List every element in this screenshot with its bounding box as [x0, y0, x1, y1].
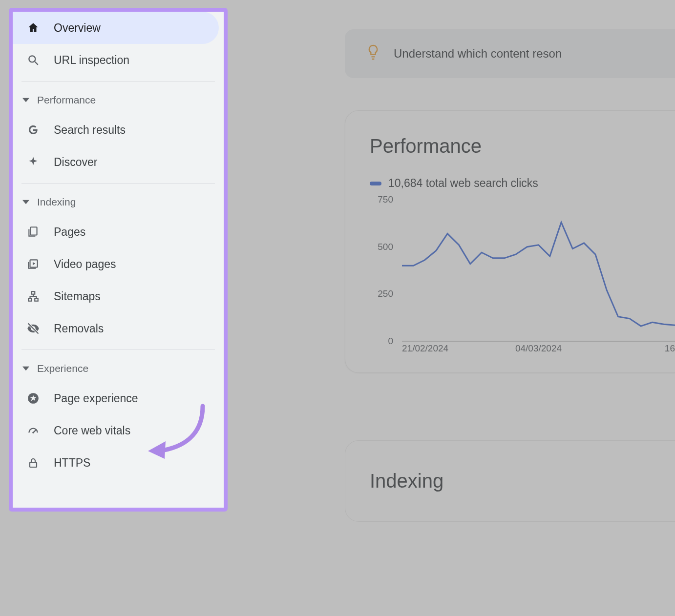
- divider: [21, 81, 215, 82]
- performance-card: Performance 10,684 total web search clic…: [345, 110, 675, 373]
- sidebar-item-url-inspection[interactable]: URL inspection: [13, 44, 224, 76]
- sidebar-item-label: Removals: [54, 322, 224, 335]
- section-label: Performance: [37, 94, 96, 106]
- x-tick: 04/03/2024: [515, 343, 562, 354]
- divider: [21, 183, 215, 184]
- sidebar-item-label: Sitemaps: [54, 290, 224, 303]
- section-label: Indexing: [37, 196, 76, 208]
- section-header-performance[interactable]: Performance: [13, 86, 224, 114]
- section-header-indexing[interactable]: Indexing: [13, 188, 224, 216]
- y-tick: 0: [388, 336, 393, 347]
- legend-swatch: [370, 182, 381, 185]
- chevron-down-icon: [21, 198, 30, 206]
- sidebar-item-overview[interactable]: Overview: [13, 12, 219, 44]
- sidebar-item-https[interactable]: HTTPS: [13, 447, 224, 479]
- svg-rect-6: [28, 298, 32, 301]
- video-pages-icon: [26, 257, 40, 271]
- section-header-experience[interactable]: Experience: [13, 355, 224, 382]
- performance-title: Performance: [370, 135, 675, 157]
- chart-legend: 10,684 total web search clicks: [370, 177, 675, 190]
- indexing-card: Indexing: [345, 440, 675, 522]
- section-label: Experience: [37, 363, 88, 374]
- sidebar-item-label: Video pages: [54, 258, 224, 271]
- x-tick: 16: [665, 343, 675, 354]
- sidebar-item-label: Core web vitals: [54, 424, 224, 437]
- y-tick: 250: [378, 288, 393, 299]
- sidebar-item-sitemaps[interactable]: Sitemaps: [13, 280, 224, 312]
- sidebar-item-label: Page experience: [54, 392, 224, 405]
- hint-text: Understand which content reson: [394, 47, 562, 61]
- speedometer-icon: [26, 424, 40, 437]
- sidebar: Overview URL inspection Performance Sear…: [9, 8, 228, 512]
- discover-icon: [26, 155, 40, 169]
- sidebar-item-search-results[interactable]: Search results: [13, 114, 224, 146]
- x-tick: 21/02/2024: [402, 343, 448, 354]
- chevron-down-icon: [21, 364, 30, 373]
- svg-line-2: [35, 62, 38, 65]
- google-g-icon: [26, 123, 40, 137]
- sidebar-item-core-web-vitals[interactable]: Core web vitals: [13, 414, 224, 447]
- y-tick: 500: [378, 242, 393, 252]
- y-tick: 750: [378, 194, 393, 205]
- svg-point-11: [32, 432, 34, 433]
- insights-hint-card: Understand which content reson: [345, 29, 675, 78]
- sidebar-item-label: HTTPS: [54, 456, 224, 470]
- sidebar-item-removals[interactable]: Removals: [13, 312, 224, 345]
- sidebar-item-video-pages[interactable]: Video pages: [13, 248, 224, 280]
- sidebar-item-discover[interactable]: Discover: [13, 146, 224, 178]
- indexing-title: Indexing: [370, 470, 675, 492]
- page-experience-icon: [26, 391, 40, 405]
- performance-chart: 0250500750 21/02/202404/03/202416: [370, 200, 675, 356]
- chevron-down-icon: [21, 96, 30, 104]
- lock-icon: [26, 456, 40, 470]
- sidebar-item-label: Search results: [54, 123, 224, 137]
- sidebar-item-label: URL inspection: [54, 54, 224, 67]
- sidebar-item-label: Discover: [54, 156, 224, 169]
- home-icon: [26, 21, 40, 35]
- svg-rect-5: [32, 291, 35, 294]
- divider: [21, 349, 215, 350]
- lightbulb-icon: [366, 44, 380, 63]
- legend-label: 10,684 total web search clicks: [388, 177, 538, 190]
- svg-rect-3: [31, 227, 37, 235]
- search-icon: [26, 53, 40, 67]
- sitemaps-icon: [26, 289, 40, 303]
- svg-rect-7: [35, 298, 38, 301]
- sidebar-item-label: Overview: [54, 21, 219, 35]
- removals-icon: [26, 322, 40, 335]
- svg-point-1: [29, 56, 35, 62]
- sidebar-item-label: Pages: [54, 226, 224, 239]
- svg-rect-12: [30, 462, 37, 467]
- sidebar-item-page-experience[interactable]: Page experience: [13, 382, 224, 414]
- pages-icon: [26, 225, 40, 239]
- sidebar-item-pages[interactable]: Pages: [13, 216, 224, 248]
